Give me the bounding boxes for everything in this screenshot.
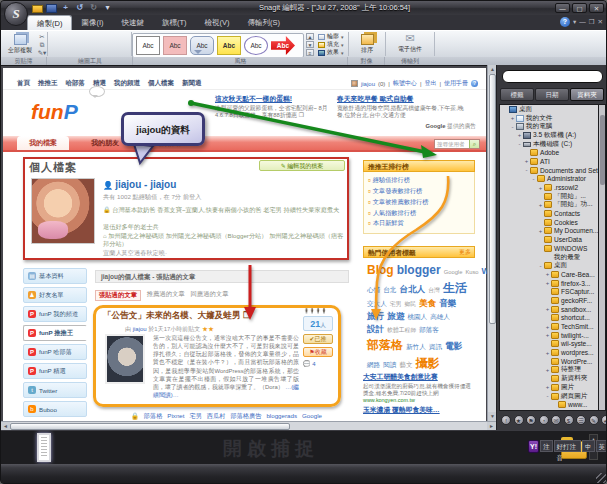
expand-toggle-icon[interactable]: - (544, 393, 551, 399)
tree-node[interactable]: 「開始」... (500, 192, 605, 201)
expand-toggle-icon[interactable]: + (537, 228, 544, 234)
help-icon[interactable]: ? (560, 17, 570, 27)
current-capture-thumbnail[interactable] (37, 433, 51, 462)
tree-node[interactable]: + wordpres... (500, 348, 605, 357)
tree-node[interactable]: - 我的電腦 (500, 122, 605, 131)
tag-icon[interactable]: ✔ (601, 415, 607, 425)
expand-toggle-icon[interactable]: + (537, 202, 544, 208)
ribbon-tab[interactable]: 旗標(T) (153, 15, 196, 30)
tag-icon[interactable]: ✎ (589, 415, 599, 425)
style-property-button[interactable]: 填充 ▾ (318, 41, 344, 48)
tree-scrollbar[interactable] (598, 104, 606, 411)
expand-toggle-icon[interactable]: + (544, 271, 551, 277)
arrange-button[interactable]: 排序 (350, 32, 384, 57)
tree-node[interactable]: - 網頁圖片 (500, 392, 605, 401)
ime-english-button[interactable]: 英 (596, 440, 607, 452)
style-stamp[interactable]: Abc (136, 36, 160, 55)
tree-node[interactable]: geckoRF... (500, 296, 605, 305)
email-button[interactable]: ✉ 電子信件 (389, 32, 431, 57)
format-brush-icon[interactable]: ✎▾ (37, 49, 47, 56)
paste-icon[interactable]: ⧉ (37, 41, 47, 48)
tree-node[interactable]: wii-syste... (500, 340, 605, 349)
gallery-expand-icon[interactable]: ≡ (306, 49, 314, 56)
tree-node[interactable]: - Administrator (500, 175, 605, 184)
ribbon-tab[interactable]: 快速鍵 (113, 15, 154, 30)
ribbon-tab[interactable]: 繪製(D) (27, 15, 72, 30)
expand-toggle-icon[interactable]: + (544, 306, 551, 312)
undo-icon[interactable]: ↺ (74, 3, 85, 13)
resize-grip[interactable] (596, 473, 606, 483)
tree-node[interactable]: - 本機磁碟 (C:) (500, 140, 605, 149)
tree-node[interactable]: + sandbox... (500, 305, 605, 314)
tree-node[interactable]: FSCaptur... (500, 287, 605, 296)
style-property-button[interactable]: 輪廓 ▾ (318, 33, 344, 40)
tree-scroll-thumb[interactable] (600, 115, 605, 185)
tag-icon[interactable]: ◔ (539, 415, 549, 425)
expand-toggle-icon[interactable]: + (544, 350, 551, 356)
style-stamp[interactable]: Abc (190, 36, 214, 55)
tag-icon[interactable]: ★ (514, 415, 524, 425)
tree-node[interactable]: + twilight-... (500, 331, 605, 340)
tree-node[interactable]: + 「開始」功... (500, 201, 605, 210)
expand-toggle-icon[interactable]: + (544, 332, 551, 338)
ime-chinese-button[interactable]: 中 (582, 440, 595, 452)
callout-annotation[interactable]: jiajou的資料 (121, 112, 205, 146)
ribbon-tab[interactable]: 圖像(I) (72, 15, 112, 30)
expand-toggle-icon[interactable]: + (544, 384, 551, 390)
expand-toggle-icon[interactable]: - (530, 176, 537, 182)
editor-canvas[interactable]: 首頁推推王哈部落精選我的頻道個人檔案新聞通 jiajou (0) |帳號中心 |… (1, 65, 487, 421)
close-button[interactable]: ✕ (589, 3, 604, 13)
library-tab[interactable]: 標籤 (500, 88, 534, 101)
tree-node[interactable]: + 待整理 (500, 366, 605, 375)
ime-zhuyin-button[interactable]: 注 (540, 440, 553, 452)
expand-toggle-icon[interactable]: + (544, 324, 551, 330)
expand-toggle-icon[interactable]: + (544, 280, 551, 286)
tag-icon[interactable]: $ (564, 415, 574, 425)
cut-icon[interactable]: ✂ (37, 33, 47, 40)
expand-toggle-icon[interactable]: + (544, 367, 551, 373)
snagit-logo-icon[interactable]: S (4, 2, 28, 26)
expand-toggle-icon[interactable]: + (537, 185, 544, 191)
tree-node[interactable]: shortcut... (500, 314, 605, 323)
help-caret-icon[interactable]: ▾ (573, 17, 576, 27)
expand-toggle-icon[interactable]: - (509, 124, 516, 130)
tag-icon[interactable]: ☰ (576, 415, 586, 425)
minimize-button[interactable]: — (555, 3, 570, 13)
tag-icon[interactable]: ! (501, 415, 511, 425)
tree-node[interactable]: + firefox-3... (500, 279, 605, 288)
library-search-input[interactable] (502, 70, 603, 83)
expand-toggle-icon[interactable]: - (537, 263, 544, 269)
ribbon-tab[interactable]: 檢視(V) (196, 15, 239, 30)
style-property-button[interactable]: 效果 ▾ (318, 49, 344, 56)
title-bar[interactable]: S + ↺ ↻ ▾ Snagit 編輯器 - ["Jul 27, 2008" 上… (1, 1, 607, 15)
yahoo-keykey-icon[interactable]: Y! (528, 440, 539, 453)
gallery-up-icon[interactable]: ▲ (306, 33, 314, 40)
tree-node[interactable]: Contacts (500, 209, 605, 218)
expand-toggle-icon[interactable]: + (516, 132, 523, 138)
tree-node[interactable]: + My Documen... (500, 227, 605, 236)
tree-node[interactable]: Cookies (500, 218, 605, 227)
style-stamp[interactable]: Abc (271, 36, 295, 55)
tag-icon[interactable]: ⚑ (526, 415, 536, 425)
tree-node[interactable]: 新資料夾 (500, 374, 605, 383)
copy-all-button[interactable]: 全部複製 (3, 32, 37, 57)
orange-rounded-rect-annotation[interactable] (93, 305, 341, 407)
tree-node[interactable]: + .rssowl2 (500, 183, 605, 192)
tree-node[interactable]: 我的最愛 (500, 253, 605, 262)
tree-node[interactable]: Adobe (500, 148, 605, 157)
gallery-down-icon[interactable]: ▼ (306, 41, 314, 48)
tree-node[interactable]: + ATI (500, 157, 605, 166)
tree-node[interactable]: UserData (500, 235, 605, 244)
maximize-button[interactable]: ▢ (572, 3, 587, 13)
style-stamp[interactable]: Abc (163, 36, 187, 55)
open-icon[interactable] (32, 5, 43, 13)
tree-node[interactable]: 桌面 (500, 105, 605, 114)
qat-more-icon[interactable]: ▾ (102, 3, 113, 13)
style-stamp[interactable]: Abc (217, 36, 241, 55)
horizontal-scroll-thumb[interactable] (10, 423, 290, 430)
tree-node[interactable]: + 圖片 (500, 383, 605, 392)
tree-node[interactable]: - Documents and Set... (500, 166, 605, 175)
tree-node[interactable]: + Care-Bea... (500, 270, 605, 279)
red-rectangle-annotation[interactable] (23, 157, 349, 260)
tree-node[interactable]: + TechSmit... (500, 322, 605, 331)
